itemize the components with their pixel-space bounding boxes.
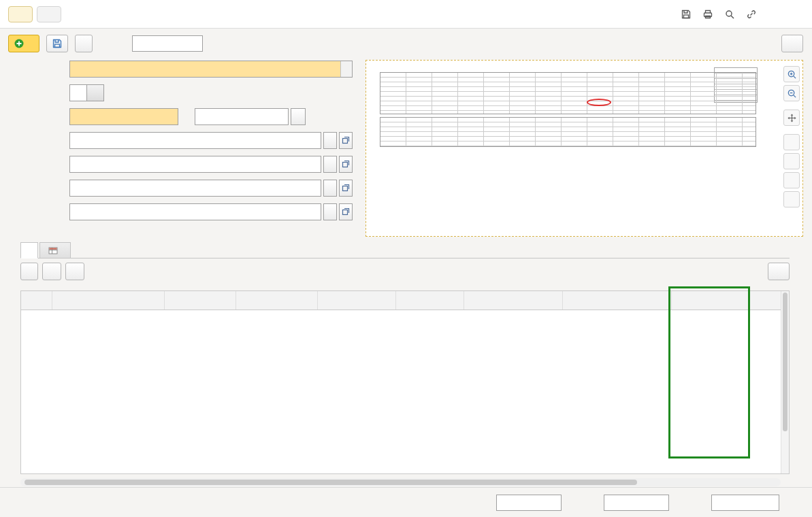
move-down-icon[interactable] (65, 263, 84, 280)
add-row-button[interactable] (20, 263, 38, 280)
save-document-button[interactable] (46, 35, 68, 52)
print-icon[interactable] (699, 5, 717, 23)
save-icon[interactable] (677, 5, 695, 23)
recognized-number-group (127, 35, 203, 52)
number-row (8, 107, 357, 125)
toolbar-more-button[interactable] (781, 35, 803, 52)
back-button[interactable] (8, 6, 33, 22)
scan-table-lower (380, 117, 756, 147)
accounts-highlight-frame (668, 286, 750, 458)
zoom-out-icon[interactable] (783, 85, 800, 101)
warehouse-open-icon[interactable] (339, 203, 353, 220)
column-header-vat-sum[interactable] (464, 291, 562, 310)
errors-left (113, 39, 117, 49)
horizontal-scrollbar[interactable] (20, 478, 781, 486)
page-up-icon[interactable] (783, 134, 800, 150)
zoom-in-icon[interactable] (783, 66, 800, 82)
move-up-icon[interactable] (42, 263, 61, 280)
contragent-row (8, 131, 357, 149)
number-input[interactable] (69, 108, 178, 125)
titlebar (0, 0, 812, 29)
titlebar-icons (677, 5, 804, 23)
forward-button[interactable] (37, 6, 61, 22)
direction-option-postuplenie[interactable] (69, 84, 87, 101)
document-preview-panel (366, 60, 803, 237)
totals-bar (0, 487, 812, 517)
totals-vat-value (604, 495, 669, 511)
document-scan (376, 63, 760, 233)
vertical-scrollbar-thumb[interactable] (783, 293, 787, 431)
scan-top-lines (376, 63, 760, 67)
scan-red-annotation (587, 99, 611, 106)
vertical-scrollbar[interactable] (781, 291, 789, 473)
warehouse-dropdown-icon[interactable] (323, 203, 337, 220)
items-table (21, 291, 782, 310)
organization-row (8, 155, 357, 173)
organization-dropdown-icon[interactable] (323, 156, 337, 173)
link-icon[interactable] (743, 5, 760, 23)
doc-type-input[interactable] (69, 61, 353, 78)
contragent-input[interactable] (69, 132, 321, 149)
recheck-button[interactable] (75, 35, 93, 52)
search-document-icon[interactable] (721, 5, 738, 23)
more-menu-icon[interactable] (764, 5, 782, 23)
scan-table-upper (380, 72, 756, 114)
contragent-dropdown-icon[interactable] (323, 132, 337, 149)
group-create-icon (48, 246, 58, 255)
main-area (0, 29, 812, 517)
column-header-num[interactable] (21, 291, 52, 310)
contract-row (8, 179, 357, 197)
doc-type-dropdown-icon[interactable] (340, 61, 352, 77)
items-table-container (20, 290, 790, 474)
totals-total-value (711, 495, 779, 511)
organization-input[interactable] (69, 156, 321, 173)
preview-toolbar (783, 66, 800, 207)
tab-group-create[interactable] (39, 242, 71, 258)
warehouse-row (8, 203, 357, 220)
create-button[interactable] (8, 35, 39, 52)
table-toolbar (20, 262, 790, 281)
command-bar (8, 34, 803, 53)
contragent-open-icon[interactable] (339, 132, 353, 149)
doc-type-row (8, 60, 357, 78)
column-header-price[interactable] (236, 291, 317, 310)
recognized-number-input[interactable] (132, 35, 203, 52)
column-header-sum[interactable] (317, 291, 395, 310)
pan-icon[interactable] (783, 110, 800, 126)
totals-sum-value (496, 495, 562, 511)
organization-open-icon[interactable] (339, 156, 353, 173)
column-header-accounts[interactable] (671, 291, 781, 310)
table-header-row (21, 291, 781, 310)
table-more-button[interactable] (768, 263, 790, 280)
horizontal-scrollbar-thumb[interactable] (25, 480, 637, 485)
warehouse-input[interactable] (69, 203, 321, 220)
page-down-icon[interactable] (783, 172, 800, 188)
date-picker-button[interactable] (291, 108, 306, 125)
doc-type-field-wrap (69, 61, 353, 78)
contract-dropdown-icon[interactable] (323, 180, 337, 197)
contract-input[interactable] (69, 180, 321, 197)
direction-option-realizacia[interactable] (86, 84, 104, 101)
page-right-icon[interactable] (783, 191, 800, 207)
plus-icon (14, 39, 24, 48)
column-header-vat-pct[interactable] (395, 291, 464, 310)
column-header-total[interactable] (562, 291, 671, 310)
tab-bar (20, 241, 790, 258)
scan-bottom-lines (376, 150, 760, 151)
tab-tabular-section[interactable] (20, 242, 38, 258)
document-form (8, 60, 357, 227)
direction-row (8, 84, 357, 101)
page-left-icon[interactable] (783, 153, 800, 169)
column-header-quantity[interactable] (164, 291, 236, 310)
date-input[interactable] (195, 108, 289, 125)
contract-open-icon[interactable] (339, 180, 353, 197)
close-icon[interactable] (786, 5, 804, 23)
column-header-nomenclature[interactable] (52, 291, 164, 310)
